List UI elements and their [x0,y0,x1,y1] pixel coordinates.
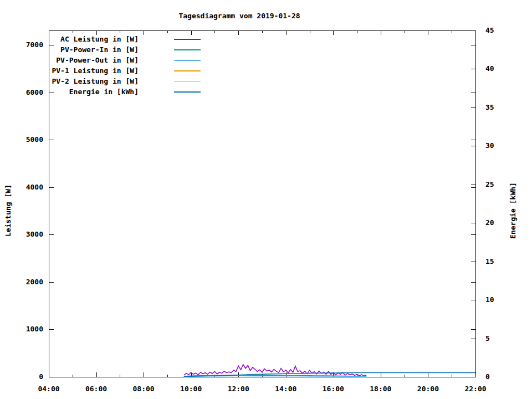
y2-tick-mark [471,262,475,262]
x-minor-tick-mark-top [214,31,215,33]
x-minor-tick-mark-top [452,31,452,33]
legend-line-sample [174,91,201,93]
x-minor-tick-mark [73,375,73,377]
x-tick-mark-top [49,31,49,35]
y-tick-mark-mirror [471,234,475,235]
y2-tick-label: 5 [485,334,519,343]
y2-tick-label: 15 [485,257,519,266]
x-tick-mark-top [144,31,144,35]
legend-label: PV-Power-Out in [W] [56,56,139,65]
x-minor-tick-mark-top [73,31,73,33]
x-tick-mark [286,372,287,377]
x-tick-mark-top [381,31,381,35]
x-tick-label: 14:00 [268,385,304,393]
y-tick-label: 6000 [10,88,43,97]
y-tick-label: 1000 [10,325,43,334]
y2-tick-label: 40 [485,64,519,73]
y-tick-label: 2000 [10,278,43,287]
y-tick-label: 0 [10,372,43,381]
x-minor-tick-mark [452,375,452,377]
legend-line-sample [174,60,201,61]
x-tick-mark-top [238,31,239,35]
y-tick-mark-mirror [471,140,475,140]
x-tick-mark [428,372,428,377]
y-tick-mark [49,45,54,45]
y-tick-mark [49,93,54,93]
y2-tick-label: 35 [485,103,519,112]
x-tick-mark-top [286,31,287,35]
x-minor-tick-mark-top [120,31,120,33]
x-tick-label: 12:00 [221,385,256,393]
legend-label: AC Leistung in [W] [60,35,139,44]
y-tick-mark-mirror [471,45,475,45]
y-tick-mark-mirror [471,187,475,188]
legend-label: PV-2 Leistung in [W] [52,77,139,86]
y-tick-mark-mirror [471,282,475,283]
y2-tick-mark [471,146,475,146]
y2-tick-mark [471,30,475,31]
x-tick-mark [191,372,192,377]
y2-tick-label: 30 [485,141,519,150]
x-tick-label: 18:00 [363,385,398,393]
x-tick-mark-top [475,31,476,35]
x-tick-mark [49,372,49,377]
x-tick-mark [475,372,476,377]
y2-tick-mark [471,108,475,108]
legend-label: Energie in [kWh] [69,88,139,96]
x-tick-label: 04:00 [31,385,66,393]
x-tick-mark [144,372,144,377]
y2-tick-mark [471,185,475,185]
x-minor-tick-mark [214,375,215,377]
x-minor-tick-mark [310,375,310,377]
x-tick-mark-top [191,31,192,35]
x-minor-tick-mark [167,375,168,377]
y-tick-label: 7000 [10,40,43,49]
y-tick-label: 4000 [10,183,43,192]
x-minor-tick-mark-top [357,31,357,33]
x-minor-tick-mark-top [405,31,405,33]
y-tick-mark [49,282,54,283]
x-minor-tick-mark [262,375,263,377]
y2-tick-label: 45 [485,26,519,35]
x-minor-tick-mark-top [167,31,168,33]
y2-tick-mark [471,69,475,69]
x-minor-tick-mark [357,375,357,377]
x-tick-label: 08:00 [126,385,161,393]
x-tick-mark-top [428,31,428,35]
legend-line-sample [174,49,201,50]
x-tick-label: 22:00 [458,385,493,393]
y2-tick-mark [471,223,475,223]
legend-label: PV-Power-In in [W] [60,45,139,54]
legend-line-sample [174,39,201,40]
y-tick-mark [49,329,54,330]
legend-line-sample [174,70,201,71]
y2-tick-label: 25 [485,180,519,189]
y-tick-label: 3000 [10,230,43,239]
x-tick-label: 10:00 [173,385,209,393]
y-tick-mark [49,377,54,377]
y-tick-mark-mirror [471,329,475,330]
y-tick-mark [49,140,54,140]
chart-title: Tagesdiagramm vom 2019-01-28 [0,12,479,20]
x-minor-tick-mark [405,375,405,377]
x-tick-mark [381,372,381,377]
x-tick-mark-top [96,31,97,35]
chart-screenshot: { "chart_data": { "type": "line", "title… [0,0,532,399]
x-tick-mark [333,372,334,377]
y2-tick-mark [471,377,475,377]
x-minor-tick-mark-top [310,31,310,33]
x-tick-label: 16:00 [315,385,351,393]
y2-tick-label: 20 [485,218,519,227]
x-tick-label: 20:00 [410,385,446,393]
x-minor-tick-mark [120,375,120,377]
y-tick-mark [49,187,54,188]
y-tick-mark [49,234,54,235]
legend-label: PV-1 Leistung in [W] [52,66,139,75]
x-minor-tick-mark-top [262,31,263,33]
x-tick-mark [238,372,239,377]
y-axis-title: Leistung [W] [4,185,12,237]
x-tick-mark [96,372,97,377]
x-tick-label: 06:00 [79,385,114,393]
y2-tick-mark [471,300,475,300]
y2-tick-mark [471,339,475,339]
